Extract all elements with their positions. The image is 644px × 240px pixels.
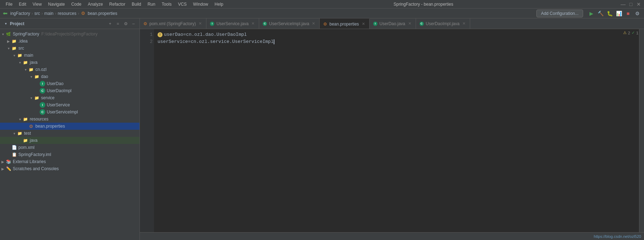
text-cursor — [274, 39, 274, 44]
tree-item-userdao[interactable]: ▶ I UserDao — [0, 80, 139, 87]
status-url[interactable]: https://blog.csdn.net/ozl520 — [594, 234, 641, 239]
tab-userdao[interactable]: I UserDao.java ✕ — [370, 18, 416, 29]
menu-window[interactable]: Window — [190, 1, 211, 7]
tab-pom[interactable]: ⚙ pom.xml (SpringFactory) ✕ — [140, 18, 206, 29]
tree-arrow-java: ▾ — [17, 60, 23, 65]
profile-button[interactable]: 📊 — [615, 10, 623, 17]
menu-build[interactable]: Build — [129, 1, 144, 7]
menu-file[interactable]: File — [3, 1, 15, 7]
tab-pom-label: pom.xml (SpringFactory) — [149, 21, 196, 26]
tab-userdaoimpl-close[interactable]: ✕ — [462, 21, 466, 26]
tree-item-main[interactable]: ▾ 📁 main — [0, 52, 139, 59]
editor-content: 1 2 ! userDao=cn.ozl.dao.UserDaoImpl use… — [140, 29, 644, 232]
menu-help[interactable]: Help — [212, 1, 226, 7]
tree-item-userdaoimpl[interactable]: ▶ C UserDaoImpl — [0, 87, 139, 94]
menu-vcs[interactable]: VCS — [175, 1, 190, 7]
code-line-1: ! userDao=cn.ozl.dao.UserDaoImpl — [158, 31, 636, 38]
menu-code[interactable]: Code — [68, 1, 84, 7]
tab-beanprops-close[interactable]: ✕ — [361, 22, 366, 26]
tree-item-beanprops[interactable]: ▶ ⚙ bean.properties — [0, 123, 139, 130]
tree-item-userserviceimpl[interactable]: ▶ C UserServiceImpl — [0, 108, 139, 116]
menu-tools[interactable]: Tools — [159, 1, 175, 7]
sidebar-collapse-arrow[interactable]: ▾ — [3, 21, 8, 27]
tab-userdaoimpl[interactable]: C UserDaoImpl.java ✕ — [416, 18, 470, 29]
gear-icon[interactable]: ⚙ — [122, 21, 129, 27]
minimize-button[interactable]: — — [621, 2, 626, 7]
tab-userdao-label: UserDao.java — [380, 21, 405, 26]
xml-pom-icon: 📄 — [11, 145, 17, 150]
spring-icon: ⬅ — [3, 10, 7, 17]
tree-item-pom[interactable]: ▶ 📄 pom.xml — [0, 144, 139, 151]
tab-userdaoimpl-label: UserDaoImpl.java — [426, 21, 460, 26]
tab-userservice[interactable]: I UserService.java ✕ — [206, 18, 259, 29]
code-val-1: cn.ozl.dao.UserDaoImpl — [186, 31, 247, 38]
code-line-2: userService=cn.ozl.service.UserServiceIm… — [158, 38, 636, 45]
tab-userdao-close[interactable]: ✕ — [408, 21, 412, 26]
tree-path-springfactory: F:\IdeaProjects\SpringFactory — [41, 32, 98, 37]
sidebar-header: ▾ Project + = ⚙ – — [0, 18, 139, 29]
class-userdaoimpl-icon: C — [40, 88, 45, 94]
folder-src-icon: 📁 — [11, 45, 17, 51]
breadcrumb-src[interactable]: src — [34, 11, 40, 16]
tab-beanprops[interactable]: ⚙ bean.properties ✕ — [320, 18, 369, 29]
window-controls: — □ ✕ — [621, 2, 641, 7]
close-button[interactable]: ✕ — [636, 2, 641, 7]
tree-label-userserviceimpl: UserServiceImpl — [47, 110, 78, 115]
code-val-2: cn.ozl.service.UserServiceImpl — [191, 38, 274, 45]
stop-button[interactable]: ■ — [624, 10, 632, 17]
tree-item-test[interactable]: ▾ 📁 test — [0, 130, 139, 137]
editor-area: ⚙ pom.xml (SpringFactory) ✕ I UserServic… — [140, 18, 644, 240]
run-button[interactable]: ▶ — [587, 10, 595, 17]
breadcrumb-file[interactable]: bean.properties — [88, 11, 117, 16]
sync-icon[interactable]: = — [115, 21, 121, 27]
tree-item-java[interactable]: ▾ 📁 java — [0, 59, 139, 66]
tab-userserviceimpl[interactable]: C UserServiceImpl.java ✕ — [259, 18, 320, 29]
menu-edit[interactable]: Edit — [16, 1, 29, 7]
tree-item-iml[interactable]: ▶ 📋 SpringFactory.iml — [0, 151, 139, 158]
tree-item-external-libs[interactable]: ▶ 📚 External Libraries — [0, 158, 139, 165]
tree-item-service[interactable]: ▾ 📁 service — [0, 94, 139, 101]
tab-pom-close[interactable]: ✕ — [198, 21, 203, 26]
tree-label-iml: SpringFactory.iml — [18, 152, 51, 157]
tab-pom-icon: ⚙ — [143, 21, 147, 26]
tree-item-src[interactable]: ▾ 📁 src — [0, 45, 139, 52]
tab-beanprops-icon: ⚙ — [323, 22, 327, 27]
code-key-2: userService — [158, 38, 188, 45]
tree-item-userservice[interactable]: ▶ I UserService — [0, 101, 139, 108]
add-icon[interactable]: + — [107, 21, 113, 27]
breadcrumb-project[interactable]: ingFactory — [10, 11, 30, 16]
maximize-button[interactable]: □ — [628, 2, 633, 7]
tab-userserviceimpl-close[interactable]: ✕ — [311, 21, 316, 26]
code-editor[interactable]: ! userDao=cn.ozl.dao.UserDaoImpl userSer… — [154, 29, 639, 232]
settings-button[interactable]: ⚙ — [633, 10, 641, 17]
folder-java-icon: 📁 — [23, 60, 28, 65]
minus-icon[interactable]: – — [130, 21, 137, 27]
tree-label-scratches: Scratches and Consoles — [13, 166, 59, 171]
debug-button[interactable]: 🐛 — [606, 10, 614, 17]
tree-item-dao[interactable]: ▾ 📁 dao — [0, 73, 139, 80]
tree-item-resources[interactable]: ▾ 📁 resources — [0, 116, 139, 123]
tab-userservice-label: UserService.java — [216, 21, 249, 26]
breadcrumb-resources[interactable]: resources — [58, 11, 76, 16]
tab-userservice-close[interactable]: ✕ — [251, 21, 255, 26]
tree-label-springfactory: SpringFactory — [13, 32, 39, 37]
add-configuration-button[interactable]: Add Configuration... — [536, 10, 583, 17]
build-button[interactable]: 🔨 — [597, 10, 604, 17]
menu-navigate[interactable]: Navigate — [45, 1, 68, 7]
interface-userdao-icon: I — [40, 81, 45, 86]
spring-root-icon: 🌿 — [6, 31, 11, 37]
tree-item-springfactory[interactable]: ▾ 🌿 SpringFactory F:\IdeaProjects\Spring… — [0, 30, 139, 38]
tree-item-idea[interactable]: ▶ 📁 .idea — [0, 38, 139, 45]
tree-item-test-java[interactable]: ▶ 📁 java — [0, 137, 139, 144]
menu-refactor[interactable]: Refactor — [107, 1, 128, 7]
breadcrumb-main[interactable]: main — [44, 11, 53, 16]
folder-idea-icon: 📁 — [11, 38, 17, 44]
tab-userserviceimpl-label: UserServiceImpl.java — [269, 21, 309, 26]
folder-service-icon: 📁 — [34, 95, 40, 101]
tree-item-cnozl[interactable]: ▾ 📁 cn.ozl — [0, 66, 139, 73]
menu-run[interactable]: Run — [145, 1, 158, 7]
tree-label-userdao: UserDao — [47, 81, 63, 86]
tree-item-scratches[interactable]: ▶ ✏️ Scratches and Consoles — [0, 165, 139, 172]
menu-view[interactable]: View — [30, 1, 45, 7]
menu-analyze[interactable]: Analyze — [85, 1, 106, 7]
